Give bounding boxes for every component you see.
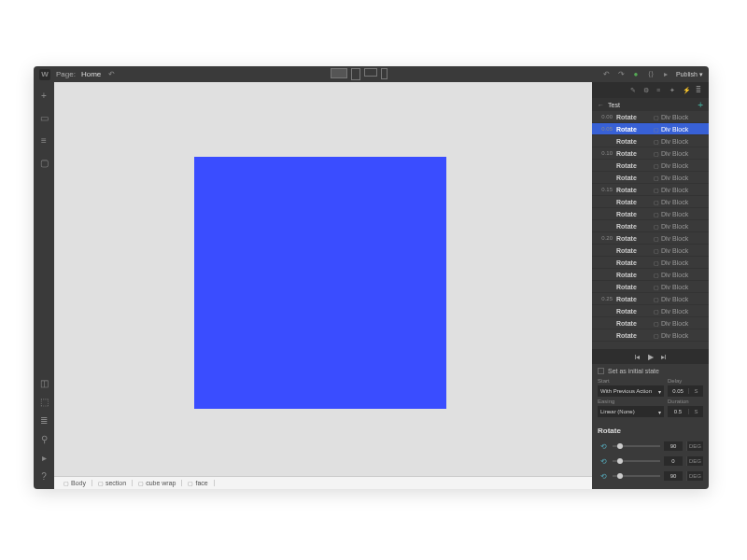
- initial-state-label: Set as initial state: [608, 368, 659, 374]
- left-sidebar: + ▭ ≡ ▢ ◫ ⬚ ≣ ⚲ ▸ ?: [34, 82, 54, 489]
- assets-icon[interactable]: ▢: [38, 157, 49, 168]
- breadcrumb-item[interactable]: ▢Body: [58, 480, 92, 486]
- breadcrumb-item[interactable]: ▢section: [92, 480, 133, 486]
- canvas[interactable]: [54, 82, 592, 476]
- rotate-unit: DEG: [686, 471, 703, 481]
- axis-icon: ⟲: [598, 470, 609, 482]
- logo[interactable]: W: [39, 69, 50, 80]
- page-label: Page:: [56, 70, 76, 78]
- timeline: 0.00Rotate▢Div Block0.05Rotate▢Div Block…: [592, 111, 709, 349]
- topbar: W Page: Home ↶ ↶ ↷ ● ⟨⟩ ▸ Publish ▾: [34, 66, 709, 82]
- breadcrumb: ▢Body▢section▢cube wrap▢face: [54, 476, 592, 489]
- panel-title: Test: [608, 102, 694, 108]
- duration-input[interactable]: 0.5 S: [668, 406, 703, 417]
- desktop-icon[interactable]: [331, 68, 347, 78]
- rotate-axis-row: ⟲0DEG: [598, 455, 703, 467]
- add-icon[interactable]: +: [38, 90, 49, 101]
- play-icon[interactable]: ▶: [648, 353, 654, 361]
- delay-label: Delay: [668, 378, 703, 384]
- timeline-row[interactable]: 0.20Rotate▢Div Block: [592, 232, 709, 245]
- initial-state-checkbox[interactable]: [598, 368, 604, 374]
- navigator-icon[interactable]: ◫: [38, 377, 49, 388]
- timeline-row[interactable]: Rotate▢Div Block: [592, 305, 709, 317]
- rotate-slider[interactable]: [613, 445, 660, 447]
- start-select[interactable]: With Previous Action▾: [598, 385, 664, 397]
- style-tab-icon[interactable]: ✎: [630, 87, 638, 94]
- video-icon[interactable]: ▸: [38, 452, 49, 463]
- cube-face[interactable]: [194, 157, 446, 409]
- timeline-row[interactable]: Rotate▢Div Block: [592, 317, 709, 329]
- audit-icon[interactable]: ≣: [38, 414, 49, 426]
- selector-icon[interactable]: ⬚: [38, 396, 49, 407]
- mobile-icon[interactable]: [381, 68, 388, 79]
- settings-tab-icon[interactable]: ⚙: [643, 87, 651, 94]
- easing-label: Easing: [598, 399, 664, 404]
- mobile-landscape-icon[interactable]: [364, 68, 377, 77]
- start-label: Start: [598, 378, 664, 384]
- timeline-row[interactable]: 0.05Rotate▢Div Block: [592, 123, 709, 135]
- timeline-row[interactable]: Rotate▢Div Block: [592, 257, 709, 269]
- skip-end-icon[interactable]: ▸I: [661, 353, 667, 361]
- publish-button[interactable]: Publish ▾: [676, 71, 703, 78]
- pages-icon[interactable]: ▭: [38, 112, 49, 123]
- back-icon[interactable]: ←: [598, 102, 604, 108]
- timeline-row[interactable]: 0.25Rotate▢Div Block: [592, 293, 709, 305]
- rotate-unit: DEG: [686, 441, 703, 451]
- status-ok-icon: ●: [631, 70, 641, 79]
- undo-icon[interactable]: ↶: [601, 70, 611, 79]
- timeline-row[interactable]: 0.15Rotate▢Div Block: [592, 184, 709, 196]
- redo-icon[interactable]: ↷: [616, 70, 626, 79]
- help-icon[interactable]: ?: [38, 470, 49, 482]
- duration-label: Duration: [668, 399, 703, 404]
- axis-icon: ⟲: [598, 441, 609, 452]
- axis-icon: ⟲: [598, 455, 609, 467]
- timeline-row[interactable]: Rotate▢Div Block: [592, 172, 709, 184]
- rotate-value-input[interactable]: 90: [664, 471, 683, 481]
- rotate-value-input[interactable]: 90: [664, 441, 683, 451]
- preview-icon[interactable]: ▸: [661, 70, 670, 79]
- right-panel: ✎ ⚙ ≡ ✦ ⚡ ≣ ← Test + 0.00Rotate▢Div Bloc…: [592, 82, 709, 489]
- code-icon[interactable]: ⟨⟩: [646, 70, 655, 79]
- rotate-slider[interactable]: [613, 460, 660, 462]
- playback-controls: I◂ ▶ ▸I: [592, 349, 709, 364]
- timeline-row[interactable]: Rotate▢Div Block: [592, 208, 709, 220]
- rotate-slider[interactable]: [613, 475, 660, 477]
- device-switcher: [116, 68, 601, 80]
- interactions-tab-icon[interactable]: ⚡: [683, 87, 690, 94]
- timeline-row[interactable]: Rotate▢Div Block: [592, 160, 709, 172]
- timeline-row[interactable]: Rotate▢Div Block: [592, 281, 709, 293]
- add-action-button[interactable]: +: [698, 100, 703, 110]
- timeline-row[interactable]: 0.00Rotate▢Div Block: [592, 111, 709, 123]
- timeline-row[interactable]: Rotate▢Div Block: [592, 269, 709, 281]
- timeline-row[interactable]: Rotate▢Div Block: [592, 135, 709, 147]
- undo-icon[interactable]: ↶: [106, 70, 116, 79]
- spacing-tab-icon[interactable]: ≡: [656, 87, 664, 94]
- tablet-icon[interactable]: [351, 68, 360, 80]
- timeline-row[interactable]: 0.10Rotate▢Div Block: [592, 147, 709, 160]
- delay-input[interactable]: 0.05 S: [668, 385, 703, 397]
- easing-select[interactable]: Linear (None)▾: [598, 406, 664, 417]
- more-tab-icon[interactable]: ≣: [696, 87, 703, 94]
- cms-icon[interactable]: ≡: [38, 134, 49, 146]
- rotate-unit: DEG: [686, 456, 703, 466]
- page-name[interactable]: Home: [81, 70, 101, 78]
- skip-start-icon[interactable]: I◂: [634, 353, 640, 361]
- timeline-row[interactable]: Rotate▢Div Block: [592, 220, 709, 232]
- effects-tab-icon[interactable]: ✦: [669, 87, 677, 94]
- search-icon[interactable]: ⚲: [38, 433, 49, 444]
- timeline-row[interactable]: Rotate▢Div Block: [592, 329, 709, 342]
- rotate-axis-row: ⟲90DEG: [598, 441, 703, 452]
- rotate-title: Rotate: [598, 427, 703, 435]
- timeline-row[interactable]: Rotate▢Div Block: [592, 245, 709, 257]
- timeline-row[interactable]: Rotate▢Div Block: [592, 196, 709, 208]
- rotate-axis-row: ⟲90DEG: [598, 470, 703, 482]
- breadcrumb-item[interactable]: ▢face: [182, 480, 214, 486]
- rotate-value-input[interactable]: 0: [664, 456, 683, 466]
- breadcrumb-item[interactable]: ▢cube wrap: [133, 480, 182, 486]
